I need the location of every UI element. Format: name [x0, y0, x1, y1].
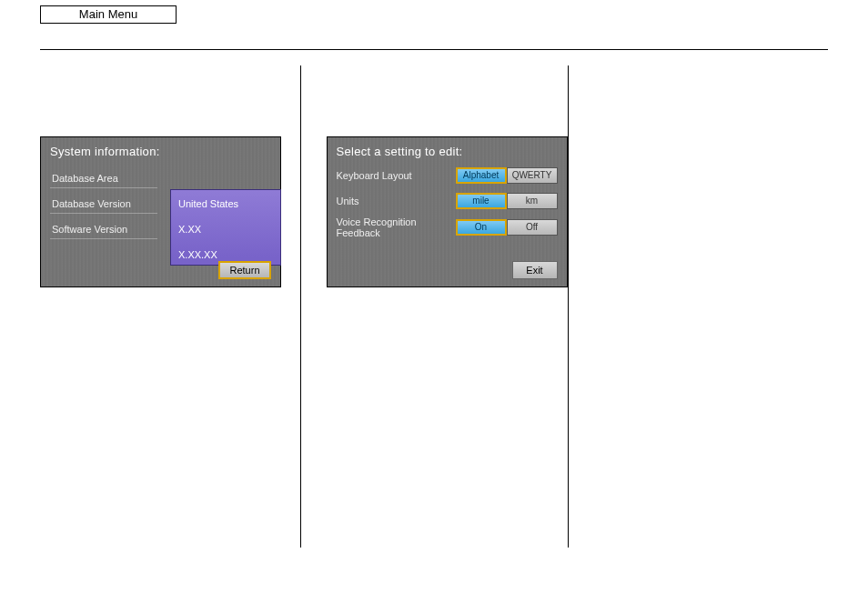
divider	[40, 49, 828, 50]
sys-label: Database Area	[50, 169, 157, 188]
setting-label: Units	[337, 196, 456, 206]
sys-label: Database Version	[50, 195, 157, 214]
setting-row: Keyboard Layout Alphabet QWERTY	[337, 166, 558, 186]
system-info-title: System information:	[50, 145, 271, 158]
option-on[interactable]: On	[456, 219, 507, 236]
settings-title: Select a setting to edit:	[337, 145, 558, 158]
option-mile[interactable]: mile	[456, 193, 507, 209]
sys-values-box: United States X.XX X.XX.XX	[170, 189, 281, 266]
segment-group: On Off	[456, 219, 558, 236]
setting-label: Keyboard Layout	[337, 170, 456, 181]
settings-panel: Select a setting to edit: Keyboard Layou…	[327, 136, 568, 287]
return-button[interactable]: Return	[218, 261, 271, 279]
column-2: Select a setting to edit: Keyboard Layou…	[301, 65, 568, 548]
option-off[interactable]: Off	[507, 219, 558, 236]
option-qwerty[interactable]: QWERTY	[507, 167, 558, 184]
exit-button[interactable]: Exit	[512, 261, 558, 279]
sys-label: Software Version	[50, 220, 157, 239]
segment-group: Alphabet QWERTY	[456, 167, 558, 184]
option-km[interactable]: km	[507, 193, 558, 209]
sys-value: X.XX	[178, 221, 273, 246]
system-info-panel: System information: Database Area Databa…	[40, 136, 281, 287]
setting-row: Units mile km	[337, 191, 558, 211]
segment-group: mile km	[456, 193, 558, 209]
option-alphabet[interactable]: Alphabet	[456, 167, 507, 184]
main-menu-button[interactable]: Main Menu	[40, 5, 177, 24]
column-1: System information: Database Area Databa…	[40, 65, 300, 548]
setting-row: Voice Recognition Feedback On Off	[337, 216, 558, 238]
setting-label: Voice Recognition Feedback	[337, 216, 456, 238]
columns-container: System information: Database Area Databa…	[40, 65, 828, 548]
column-3	[569, 65, 829, 548]
sys-value: United States	[178, 196, 273, 221]
